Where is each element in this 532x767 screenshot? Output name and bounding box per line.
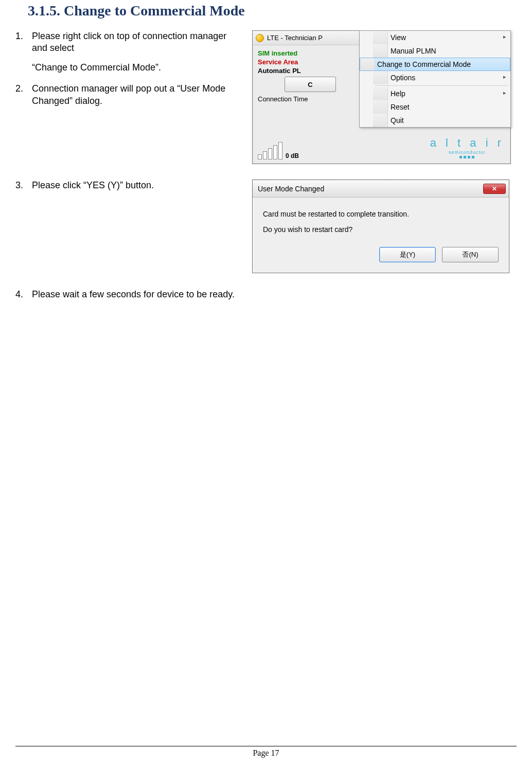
- close-icon: ✕: [492, 185, 497, 192]
- connect-button[interactable]: C: [285, 77, 336, 92]
- heading-number: 3.1.5.: [28, 3, 60, 19]
- yes-button[interactable]: 是(Y): [379, 247, 436, 262]
- step-number: 3.: [15, 180, 32, 191]
- step-number: 1.: [15, 30, 32, 74]
- no-button[interactable]: 否(N): [442, 247, 499, 262]
- step-body: Please right click on top of connection …: [32, 30, 243, 74]
- logo-sub: semiconductor: [430, 150, 504, 155]
- menu-item-quit[interactable]: Quit: [360, 114, 510, 127]
- signal-value: 0 dB: [286, 152, 299, 159]
- step-text: Please click “YES (Y)” button.: [32, 180, 243, 191]
- heading-title: Change to Commercial Mode: [64, 3, 245, 19]
- menu-item-reset[interactable]: Reset: [360, 100, 510, 114]
- step-text: “Change to Commercial Mode”.: [32, 62, 243, 74]
- dialog-message-line2: Do you wish to restart card?: [263, 225, 499, 234]
- step-text: Please right click on top of connection …: [32, 30, 243, 55]
- dialog-title-text: User Mode Changed: [258, 185, 324, 193]
- step-text: Connection manager will pop out a “User …: [32, 83, 243, 107]
- altair-logo: a l t a i r semiconductor: [430, 136, 504, 158]
- window-title: LTE - Technician P: [267, 34, 323, 42]
- dialog-titlebar: User Mode Changed ✕: [253, 180, 509, 198]
- signal-bars-icon: [258, 142, 282, 159]
- section-heading: 3.1.5. Change to Commercial Mode: [28, 0, 517, 19]
- step-body: Please click “YES (Y)” button.: [32, 180, 243, 191]
- close-button[interactable]: ✕: [483, 184, 506, 194]
- connect-button-label: C: [308, 81, 312, 88]
- no-button-label: 否(N): [462, 250, 478, 259]
- step-body: Connection manager will pop out a “User …: [32, 83, 243, 107]
- step-body: Please wait a few seconds for device to …: [32, 289, 243, 300]
- step-text: Please wait a few seconds for device to …: [32, 289, 243, 300]
- menu-item-change-commercial[interactable]: Change to Commercial Mode: [360, 58, 510, 71]
- logo-main: a l t a i r: [430, 136, 504, 150]
- step-number: 2.: [15, 83, 32, 107]
- menu-item-view[interactable]: View: [360, 31, 510, 44]
- user-mode-changed-dialog: User Mode Changed ✕ Card must be restart…: [252, 180, 509, 273]
- menu-separator: [375, 85, 508, 86]
- signal-strength: 0 dB: [258, 142, 299, 159]
- menu-item-manual-plmn[interactable]: Manual PLMN: [360, 44, 510, 58]
- yes-button-label: 是(Y): [400, 250, 415, 259]
- page-number: Page 17: [253, 748, 279, 757]
- page-footer: Page 17: [15, 746, 517, 758]
- dialog-message-line1: Card must be restarted to complete trans…: [263, 210, 499, 218]
- step-number: 4.: [15, 289, 32, 300]
- menu-item-help[interactable]: Help: [360, 87, 510, 100]
- menu-item-options[interactable]: Options: [360, 71, 510, 84]
- context-menu: View Manual PLMN Change to Commercial Mo…: [359, 30, 511, 128]
- connection-manager-window: LTE - Technician P SIM inserted Service …: [252, 30, 511, 164]
- app-icon: [256, 34, 264, 42]
